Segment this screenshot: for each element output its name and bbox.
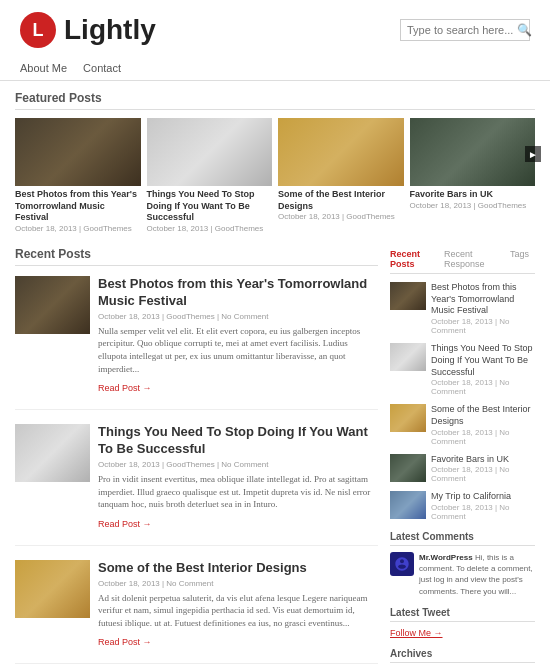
- sidebar-post-item: Best Photos from this Year's Tomorrowlan…: [390, 282, 535, 335]
- sidebar-post-item: Things You Need To Stop Doing If You Wan…: [390, 343, 535, 396]
- logo-icon: L: [20, 12, 56, 48]
- tab-recent-posts[interactable]: Recent Posts: [390, 247, 444, 273]
- comment-author: Mr.WordPress: [419, 553, 473, 562]
- post-item: Best Photos from this Year's Tomorrowlan…: [15, 276, 378, 410]
- read-more-link[interactable]: Read Post →: [98, 637, 152, 647]
- featured-caption: Things You Need To Stop Doing If You Wan…: [147, 189, 273, 224]
- featured-caption: Favorite Bars in UK: [410, 189, 536, 201]
- featured-caption: Some of the Best Interior Designs: [278, 189, 404, 212]
- post-item: Things You Need To Stop Doing If You Wan…: [15, 424, 378, 546]
- featured-grid: Best Photos from this Year's Tomorrowlan…: [15, 118, 535, 233]
- post-excerpt: Ad sit dolenit perpetua saluterit, da vi…: [98, 592, 378, 630]
- featured-item: Things You Need To Stop Doing If You Wan…: [147, 118, 273, 233]
- sidebar-post-item: Favorite Bars in UK October 18, 2013 | N…: [390, 454, 535, 484]
- latest-tweet-title: Latest Tweet: [390, 607, 535, 622]
- sidebar-post-meta: October 18, 2013 | No Comment: [431, 428, 535, 446]
- featured-posts-section: Featured Posts Best Photos from this Yea…: [15, 91, 535, 233]
- site-title: Lightly: [64, 14, 156, 46]
- featured-next-arrow[interactable]: ►: [525, 146, 541, 162]
- latest-comments-title: Latest Comments: [390, 531, 535, 546]
- featured-item: Best Photos from this Year's Tomorrowlan…: [15, 118, 141, 233]
- search-box: 🔍: [400, 19, 530, 41]
- featured-date: October 18, 2013 | GoodThemes: [278, 212, 404, 221]
- search-button[interactable]: 🔍: [517, 23, 532, 37]
- sidebar-post-title: Best Photos from this Year's Tomorrowlan…: [431, 282, 535, 317]
- sidebar-thumbnail: [390, 454, 426, 482]
- comment-item: Mr.WordPress Hi, this is a comment. To d…: [390, 552, 535, 597]
- sidebar-tabs: Recent Posts Recent Response Tags: [390, 247, 535, 274]
- main-nav: About Me Contact: [20, 56, 530, 80]
- sidebar-post-title: My Trip to California: [431, 491, 535, 503]
- follow-me-link[interactable]: Follow Me →: [390, 628, 535, 638]
- archives-title: Archives: [390, 648, 535, 663]
- nav-about[interactable]: About Me: [20, 62, 67, 74]
- featured-date: October 18, 2013 | GoodThemes: [147, 224, 273, 233]
- read-more-link[interactable]: Read Post →: [98, 519, 152, 529]
- sidebar-post-title: Things You Need To Stop Doing If You Wan…: [431, 343, 535, 378]
- sidebar-thumbnail: [390, 343, 426, 371]
- sidebar-post-item: My Trip to California October 18, 2013 |…: [390, 491, 535, 521]
- post-title: Best Photos from this Year's Tomorrowlan…: [98, 276, 378, 310]
- comment-avatar: [390, 552, 414, 576]
- tab-recent-response[interactable]: Recent Response: [444, 247, 510, 273]
- nav-contact[interactable]: Contact: [83, 62, 121, 74]
- post-meta: October 18, 2013 | GoodThemes | No Comme…: [98, 460, 378, 469]
- post-thumbnail: [15, 560, 90, 618]
- sidebar-thumbnail: [390, 491, 426, 519]
- featured-section-title: Featured Posts: [15, 91, 535, 110]
- post-meta: October 18, 2013 | No Comment: [98, 579, 378, 588]
- sidebar-post-meta: October 18, 2013 | No Comment: [431, 503, 535, 521]
- sidebar-post-meta: October 18, 2013 | No Comment: [431, 317, 535, 335]
- read-more-link[interactable]: Read Post →: [98, 383, 152, 393]
- sidebar-post-title: Favorite Bars in UK: [431, 454, 535, 466]
- sidebar-post-title: Some of the Best Interior Designs: [431, 404, 535, 427]
- post-excerpt: Pro in vidit insent evertitus, mea obliq…: [98, 473, 378, 511]
- recent-posts-title: Recent Posts: [15, 247, 378, 266]
- post-title: Things You Need To Stop Doing If You Wan…: [98, 424, 378, 458]
- featured-date: October 18, 2013 | GoodThemes: [410, 201, 536, 210]
- post-thumbnail: [15, 276, 90, 334]
- sidebar-thumbnail: [390, 282, 426, 310]
- post-meta: October 18, 2013 | GoodThemes | No Comme…: [98, 312, 378, 321]
- featured-caption: Best Photos from this Year's Tomorrowlan…: [15, 189, 141, 224]
- sidebar-thumbnail: [390, 404, 426, 432]
- post-item: Some of the Best Interior Designs Octobe…: [15, 560, 378, 665]
- featured-date: October 18, 2013 | GoodThemes: [15, 224, 141, 233]
- sidebar: Recent Posts Recent Response Tags Best P…: [390, 247, 535, 667]
- post-title: Some of the Best Interior Designs: [98, 560, 378, 577]
- sidebar-post-meta: October 18, 2013 | No Comment: [431, 465, 535, 483]
- sidebar-recent-posts: Best Photos from this Year's Tomorrowlan…: [390, 282, 535, 521]
- featured-item: Some of the Best Interior Designs Octobe…: [278, 118, 404, 233]
- featured-item: Favorite Bars in UK October 18, 2013 | G…: [410, 118, 536, 233]
- post-excerpt: Nulla semper velit vel elit. Et elit eve…: [98, 325, 378, 375]
- sidebar-post-meta: October 18, 2013 | No Comment: [431, 378, 535, 396]
- search-input[interactable]: [407, 24, 517, 36]
- recent-posts-section: Recent Posts Best Photos from this Year'…: [15, 247, 378, 667]
- tab-tags[interactable]: Tags: [510, 247, 535, 273]
- sidebar-post-item: Some of the Best Interior Designs Octobe…: [390, 404, 535, 445]
- post-thumbnail: [15, 424, 90, 482]
